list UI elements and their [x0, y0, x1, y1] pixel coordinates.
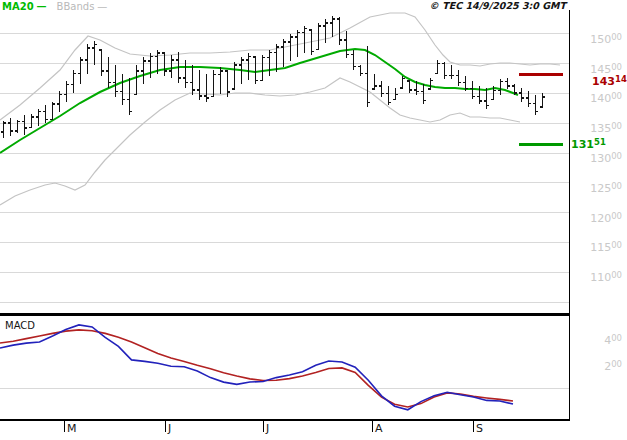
- macd-axis-label: 200: [580, 361, 622, 373]
- month-label: J: [168, 423, 171, 435]
- legend-ma20-label: MA20: [2, 1, 34, 12]
- support-level-label: 13151: [571, 139, 606, 151]
- resistance-level-label: 14314: [592, 76, 627, 88]
- price-axis-label: 11500: [580, 242, 622, 254]
- month-label: A: [375, 423, 383, 435]
- macd-axis-label: 400: [580, 335, 622, 347]
- bollinger-upper-line: [0, 13, 560, 120]
- chart-canvas: [0, 0, 627, 440]
- legend-bbands-swatch: —: [97, 1, 107, 12]
- price-axis-label: 13000: [580, 153, 622, 165]
- month-label: S: [476, 423, 483, 435]
- macd-pane: [0, 325, 569, 410]
- price-axis-label: 14000: [580, 93, 622, 105]
- copyright-text: © TEC 14/9/2025 3:0 GMT: [429, 0, 566, 11]
- price-axis-label: 12000: [580, 213, 622, 225]
- month-label: J: [266, 423, 269, 435]
- price-axis-label: 15000: [580, 34, 622, 46]
- price-axis-label: 13500: [580, 123, 622, 135]
- stock-chart-root: MA20—BBands— © TEC 14/9/2025 3:0 GMT 150…: [0, 0, 627, 440]
- legend-ma20-swatch: —: [37, 1, 47, 12]
- price-axis-label: 11000: [580, 272, 622, 284]
- legend-bbands-label: BBands: [57, 1, 95, 12]
- ohlc-open-ticks: [1, 19, 543, 132]
- bollinger-lower-line: [0, 78, 520, 205]
- ma20-line: [0, 49, 518, 153]
- macd-pane-label: MACD: [5, 320, 35, 331]
- price-axis-label: 12500: [580, 183, 622, 195]
- price-pane: [0, 13, 569, 302]
- month-label: M: [67, 423, 77, 435]
- legend: MA20—BBands—: [2, 1, 107, 12]
- pane-separator: [0, 313, 570, 316]
